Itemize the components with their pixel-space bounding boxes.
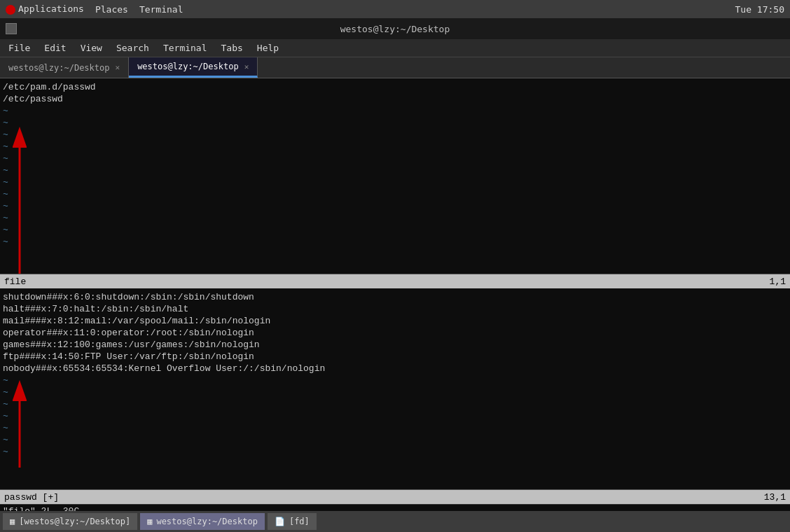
b-line-8: ~ [3, 374, 787, 386]
b-line-9: ~ [3, 386, 787, 398]
b-line-10: ~ [3, 398, 787, 410]
b-line-14: ~ [3, 446, 787, 458]
line-8: ~ [3, 164, 787, 176]
b-line-1: shutdown###x:6:0:shutdown:/sbin:/sbin/sh… [3, 291, 787, 303]
vim-status-left-bottom: passwd [+] [4, 492, 59, 503]
bottom-pane-content: shutdown###x:6:0:shutdown:/sbin:/sbin/sh… [3, 291, 787, 458]
b-line-2: halt###x:7:0:halt:/sbin:/sbin/halt [3, 303, 787, 315]
line-13: ~ [3, 224, 787, 236]
window-title: westos@lzy:~/Desktop [340, 24, 450, 34]
b-line-3: mail####x:8:12:mail:/var/spool/mail:/sbi… [3, 315, 787, 327]
taskbar-item-3[interactable]: 📄 [fd] [268, 513, 317, 530]
b-line-11: ~ [3, 410, 787, 422]
line-1: /etc/pam.d/passwd [3, 81, 787, 93]
places-menu[interactable]: Places [95, 4, 128, 15]
terminal-icon-2: ▦ [147, 517, 152, 526]
tab-1[interactable]: westos@lzy:~/Desktop ✕ [0, 57, 129, 78]
title-bar: westos@lzy:~/Desktop [0, 18, 790, 39]
taskbar: ▦ [westos@lzy:~/Desktop] ▦ westos@lzy:~/… [0, 511, 790, 532]
b-line-13: ~ [3, 434, 787, 446]
minimize-button[interactable] [6, 23, 17, 34]
terminal-icon-1: ▦ [10, 517, 15, 526]
line-7: ~ [3, 153, 787, 164]
red-arrow-top [13, 123, 27, 274]
menu-tabs[interactable]: Tabs [216, 41, 249, 55]
taskbar-label-2: westos@lzy:~/Desktop [156, 517, 258, 526]
terminal-menu[interactable]: Terminal [139, 4, 183, 15]
line-10: ~ [3, 188, 787, 200]
line-6: ~ [3, 141, 787, 153]
b-line-12: ~ [3, 422, 787, 434]
top-pane-content: /etc/pam.d/passwd /etc/passwd ~ ~ ~ ~ ~ … [3, 81, 787, 248]
taskbar-label-1: [westos@lzy:~/Desktop] [19, 517, 130, 526]
system-bar: Applications Places Terminal Tue 17:50 [0, 0, 790, 18]
line-14: ~ [3, 236, 787, 248]
split-container: /etc/pam.d/passwd /etc/passwd ~ ~ ~ ~ ~ … [0, 78, 790, 518]
line-9: ~ [3, 176, 787, 188]
applications-label[interactable]: Applications [18, 4, 84, 14]
vim-status-left-top: file [4, 276, 26, 287]
vim-status-bar-top: file 1,1 [0, 274, 790, 288]
top-pane[interactable]: /etc/pam.d/passwd /etc/passwd ~ ~ ~ ~ ~ … [0, 78, 790, 274]
line-4: ~ [3, 117, 787, 129]
tab-2[interactable]: westos@lzy:~/Desktop ✕ [129, 57, 258, 78]
line-12: ~ [3, 212, 787, 224]
menu-search[interactable]: Search [111, 41, 155, 55]
vim-status-right-top: 1,1 [770, 276, 786, 287]
bottom-pane[interactable]: shutdown###x:6:0:shutdown:/sbin:/sbin/sh… [0, 288, 790, 490]
b-line-7: nobody###x:65534:65534:Kernel Overflow U… [3, 363, 787, 374]
line-2: /etc/passwd [3, 93, 787, 105]
taskbar-item-1[interactable]: ▦ [westos@lzy:~/Desktop] [3, 513, 137, 530]
taskbar-item-2[interactable]: ▦ westos@lzy:~/Desktop [140, 513, 265, 530]
menu-help[interactable]: Help [251, 41, 284, 55]
line-11: ~ [3, 200, 787, 212]
b-line-5: games###x:12:100:games:/usr/games:/sbin/… [3, 339, 787, 351]
menu-bar: File Edit View Search Terminal Tabs Help [0, 39, 790, 57]
clock: Tue 17:50 [735, 4, 784, 15]
menu-view[interactable]: View [75, 41, 108, 55]
taskbar-label-3: [fd] [289, 517, 310, 526]
menu-terminal[interactable]: Terminal [158, 41, 213, 55]
b-line-6: ftp####x:14:50:FTP User:/var/ftp:/sbin/n… [3, 351, 787, 363]
tab-1-label: westos@lzy:~/Desktop [8, 63, 110, 73]
tabs-bar: westos@lzy:~/Desktop ✕ westos@lzy:~/Desk… [0, 57, 790, 78]
menu-file[interactable]: File [3, 41, 36, 55]
tab-2-label: westos@lzy:~/Desktop [137, 62, 239, 71]
file-icon-3: 📄 [275, 517, 285, 526]
b-line-4: operator###x:11:0:operator:/root:/sbin/n… [3, 327, 787, 339]
red-arrow-bottom [13, 377, 27, 482]
line-3: ~ [3, 105, 787, 117]
tab-2-close[interactable]: ✕ [244, 62, 249, 71]
line-5: ~ [3, 129, 787, 141]
vim-status-bar-bottom: passwd [+] 13,1 [0, 490, 790, 504]
system-bar-left: Applications Places Terminal [6, 4, 183, 15]
system-dot-icon: Applications [6, 4, 84, 15]
menu-edit[interactable]: Edit [39, 41, 71, 55]
tab-1-close[interactable]: ✕ [116, 63, 120, 72]
vim-status-right-bottom: 13,1 [764, 492, 786, 503]
